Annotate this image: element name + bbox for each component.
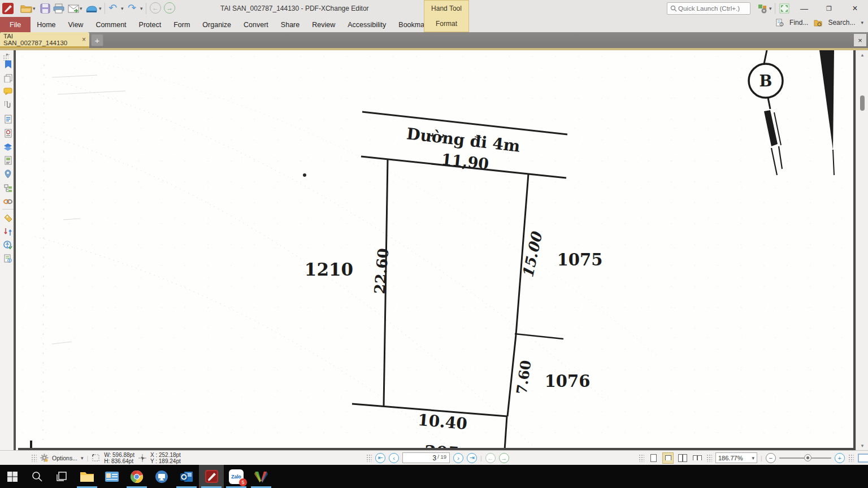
accessibility-check-icon[interactable]	[3, 240, 13, 250]
tabbar-close-button[interactable]: ×	[854, 34, 866, 46]
first-page-button[interactable]: ⇤	[375, 453, 385, 463]
tags-pane-icon[interactable]	[3, 213, 13, 223]
attachments-pane-icon[interactable]	[3, 101, 13, 111]
menu-organize[interactable]: Organize	[196, 17, 237, 32]
comments-pane-icon[interactable]	[3, 86, 13, 97]
vertical-scrollbar[interactable]: ▴ ▾	[856, 50, 868, 450]
zoom-level-select[interactable]: 186.77% ▾	[715, 452, 757, 463]
next-page-button[interactable]: ›	[453, 453, 463, 463]
menu-file[interactable]: File	[0, 17, 31, 32]
menu-form[interactable]: Form	[167, 17, 196, 32]
options-caret-icon[interactable]: ▾	[81, 455, 84, 461]
links-pane-icon[interactable]	[3, 114, 13, 124]
zalo-app[interactable]: Zalo 5	[224, 465, 249, 488]
undo-caret-icon[interactable]: ▾	[121, 6, 124, 11]
pdf-page[interactable]: B Dường đi 4m 11,90 22.60 15.00 7.60 10.…	[18, 50, 853, 448]
scrollbar-thumb[interactable]	[860, 95, 865, 111]
page-number-box[interactable]: 3 / 19	[402, 452, 450, 463]
new-tab-button[interactable]: +	[91, 34, 103, 46]
flatten-tool-button[interactable]	[85, 2, 98, 15]
redo-caret-icon[interactable]: ▾	[140, 6, 143, 11]
flatten-caret-icon[interactable]: ▾	[99, 6, 102, 11]
view-back-button[interactable]: ←	[485, 453, 496, 463]
view-forward-button[interactable]: →	[499, 453, 509, 463]
destinations-pane-icon[interactable]	[3, 169, 13, 179]
two-page-continuous-layout-button[interactable]	[692, 452, 703, 464]
session-fullscreen-icon[interactable]	[778, 2, 791, 15]
continuous-layout-button[interactable]	[662, 452, 674, 464]
tab-close-icon[interactable]: ×	[82, 36, 86, 43]
history-forward-button[interactable]: →	[164, 2, 175, 14]
open-file-caret-icon[interactable]: ▾	[33, 6, 36, 11]
menu-accessibility[interactable]: Accessibility	[341, 17, 392, 32]
last-page-button[interactable]: ⇥	[467, 453, 477, 463]
bookmarks-pane-icon[interactable]	[3, 59, 13, 69]
menu-convert[interactable]: Convert	[237, 17, 275, 32]
menu-view[interactable]: View	[62, 17, 90, 32]
open-file-button[interactable]	[19, 2, 33, 15]
maximize-button[interactable]: ❐	[818, 0, 840, 17]
zoom-drag-handle[interactable]	[706, 454, 712, 462]
accessibility-report-icon[interactable]	[3, 254, 13, 264]
outlook-icon	[180, 470, 193, 483]
search-button[interactable]: Search...	[828, 19, 855, 27]
email-caret-icon[interactable]: ▾	[80, 6, 83, 11]
history-back-button[interactable]: ←	[150, 2, 161, 14]
v-office-app[interactable]	[249, 465, 274, 488]
email-button[interactable]	[67, 2, 80, 15]
current-page[interactable]: 3	[432, 454, 436, 462]
order-pane-icon[interactable]	[3, 226, 13, 237]
scroll-down-icon[interactable]: ▾	[856, 441, 868, 450]
nav-drag-handle[interactable]	[366, 454, 372, 462]
content-pane-icon[interactable]	[3, 155, 13, 165]
statusbar-drag-handle[interactable]	[31, 454, 37, 462]
remote-desktop-app[interactable]	[149, 465, 174, 488]
status-bar: Options... ▾ | W: 596.88ptH: 836.64pt X …	[0, 450, 868, 465]
zoom-in-button[interactable]: +	[835, 453, 845, 463]
fit-drag-handle[interactable]	[848, 454, 854, 462]
thumbnails-pane-icon[interactable]	[3, 73, 13, 83]
windows-taskbar: Zalo 5 ∧ ENG 9:45 AM 26/02/2025	[0, 465, 868, 488]
redo-button[interactable]: ↷	[128, 2, 136, 14]
apps-grid-icon[interactable]	[756, 2, 770, 15]
fit-page-icon[interactable]	[857, 454, 868, 463]
quick-launch-box[interactable]	[667, 2, 750, 15]
save-button[interactable]	[38, 2, 52, 15]
zoom-slider-knob[interactable]	[804, 454, 811, 461]
options-button[interactable]: Options...	[52, 455, 77, 461]
zoom-slider[interactable]	[779, 457, 831, 459]
task-view-button[interactable]	[50, 465, 75, 488]
named-destinations-icon[interactable]	[3, 197, 13, 207]
outlook-app[interactable]	[174, 465, 199, 488]
taskbar-search-button[interactable]	[25, 465, 50, 488]
file-explorer-app[interactable]	[75, 465, 99, 488]
quick-launch-input[interactable]	[677, 5, 745, 12]
close-window-button[interactable]: ×	[844, 0, 866, 17]
find-button[interactable]: Find...	[789, 19, 808, 27]
apps-caret-icon[interactable]: ▾	[769, 6, 772, 11]
print-button[interactable]	[52, 2, 66, 15]
fields-pane-icon[interactable]	[3, 183, 13, 193]
menu-comment[interactable]: Comment	[89, 17, 132, 32]
layers-pane-icon[interactable]	[3, 142, 13, 152]
scroll-up-icon[interactable]: ▴	[856, 50, 868, 59]
menu-home[interactable]: Home	[31, 17, 62, 32]
document-tab[interactable]: TAI SAN_002787_144130 ×	[0, 32, 89, 48]
menu-share[interactable]: Share	[275, 17, 306, 32]
chrome-app[interactable]	[124, 465, 149, 488]
menu-format[interactable]: Format	[436, 20, 457, 28]
minimize-button[interactable]: —	[793, 0, 815, 17]
two-page-layout-button[interactable]	[677, 452, 688, 464]
layout-drag-handle[interactable]	[639, 454, 644, 462]
menu-review[interactable]: Review	[306, 17, 341, 32]
contacts-app[interactable]	[99, 465, 124, 488]
zoom-out-button[interactable]: −	[766, 453, 776, 463]
previous-page-button[interactable]: ‹	[389, 453, 399, 463]
single-page-layout-button[interactable]	[648, 452, 659, 464]
pdf-xchange-app[interactable]	[199, 465, 224, 488]
menu-protect[interactable]: Protect	[133, 17, 168, 32]
start-button[interactable]	[0, 465, 25, 488]
find-search-caret-icon[interactable]: ▾	[861, 20, 863, 25]
signatures-pane-icon[interactable]	[3, 128, 13, 138]
undo-button[interactable]: ↶	[108, 2, 117, 14]
